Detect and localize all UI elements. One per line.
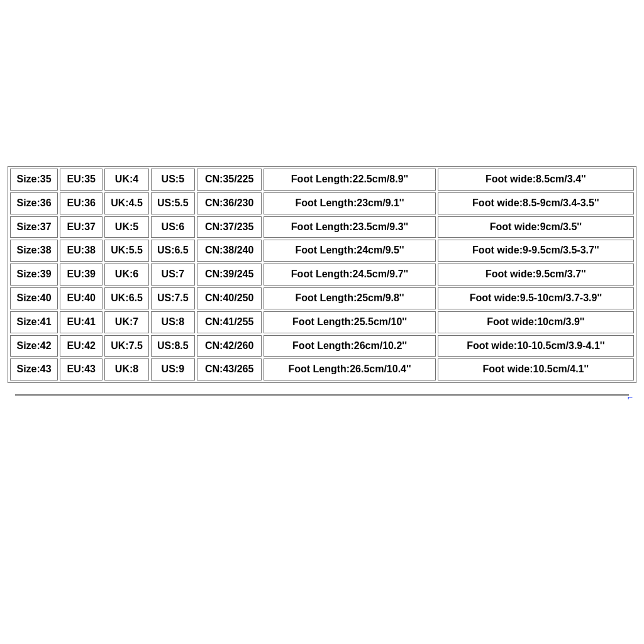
cell-eu: EU:42 — [60, 335, 103, 357]
cell-size: Size:42 — [10, 335, 58, 357]
cell-len: Foot Length:22.5cm/8.9'' — [264, 169, 435, 191]
cell-wide: Foot wide:8.5-9cm/3.4-3.5'' — [438, 192, 634, 214]
cell-size: Size:41 — [10, 311, 58, 333]
cell-size: Size:38 — [10, 240, 58, 262]
cell-wide: Foot wide:10cm/3.9'' — [438, 311, 634, 333]
table-row: Size:38EU:38UK:5.5US:6.5CN:38/240Foot Le… — [10, 240, 634, 262]
bottom-rule — [15, 394, 629, 396]
cell-size: Size:36 — [10, 192, 58, 214]
cell-eu: EU:39 — [60, 264, 103, 286]
cell-uk: UK:7.5 — [104, 335, 148, 357]
cell-wide: Foot wide:9cm/3.5'' — [438, 216, 634, 238]
cell-eu: EU:43 — [60, 358, 103, 380]
caret-mark: ⌐ — [628, 392, 633, 402]
cell-eu: EU:35 — [60, 169, 103, 191]
cell-uk: UK:8 — [104, 358, 148, 380]
cell-wide: Foot wide:10.5cm/4.1'' — [438, 358, 634, 380]
cell-len: Foot Length:23.5cm/9.3'' — [264, 216, 435, 238]
cell-len: Foot Length:26.5cm/10.4'' — [264, 358, 435, 380]
cell-uk: UK:6 — [104, 264, 148, 286]
cell-len: Foot Length:24cm/9.5'' — [264, 240, 435, 262]
cell-cn: CN:36/230 — [197, 192, 262, 214]
table-row: Size:42EU:42UK:7.5US:8.5CN:42/260Foot Le… — [10, 335, 634, 357]
size-table: Size:35EU:35UK:4US:5CN:35/225Foot Length… — [8, 166, 636, 383]
table-row: Size:35EU:35UK:4US:5CN:35/225Foot Length… — [10, 169, 634, 191]
cell-eu: EU:36 — [60, 192, 103, 214]
cell-cn: CN:41/255 — [197, 311, 262, 333]
cell-size: Size:43 — [10, 358, 58, 380]
cell-wide: Foot wide:8.5cm/3.4'' — [438, 169, 634, 191]
cell-wide: Foot wide:9.5-10cm/3.7-3.9'' — [438, 287, 634, 309]
table-row: Size:40EU:40UK:6.5US:7.5CN:40/250Foot Le… — [10, 287, 634, 309]
cell-us: US:6 — [151, 216, 195, 238]
cell-cn: CN:38/240 — [197, 240, 262, 262]
cell-size: Size:35 — [10, 169, 58, 191]
cell-len: Foot Length:26cm/10.2'' — [264, 335, 435, 357]
cell-cn: CN:40/250 — [197, 287, 262, 309]
cell-uk: UK:7 — [104, 311, 148, 333]
cell-eu: EU:37 — [60, 216, 103, 238]
cell-us: US:7.5 — [151, 287, 195, 309]
cell-cn: CN:42/260 — [197, 335, 262, 357]
cell-size: Size:37 — [10, 216, 58, 238]
cell-wide: Foot wide:10-10.5cm/3.9-4.1'' — [438, 335, 634, 357]
cell-eu: EU:40 — [60, 287, 103, 309]
table-row: Size:36EU:36UK:4.5US:5.5CN:36/230Foot Le… — [10, 192, 634, 214]
cell-uk: UK:6.5 — [104, 287, 148, 309]
cell-uk: UK:4 — [104, 169, 148, 191]
cell-cn: CN:43/265 — [197, 358, 262, 380]
table-row: Size:43EU:43UK:8US:9CN:43/265Foot Length… — [10, 358, 634, 380]
cell-uk: UK:4.5 — [104, 192, 148, 214]
cell-cn: CN:35/225 — [197, 169, 262, 191]
cell-us: US:5 — [151, 169, 195, 191]
cell-size: Size:40 — [10, 287, 58, 309]
cell-us: US:7 — [151, 264, 195, 286]
cell-uk: UK:5.5 — [104, 240, 148, 262]
cell-uk: UK:5 — [104, 216, 148, 238]
table-row: Size:37EU:37UK:5US:6CN:37/235Foot Length… — [10, 216, 634, 238]
cell-cn: CN:37/235 — [197, 216, 262, 238]
cell-size: Size:39 — [10, 264, 58, 286]
cell-len: Foot Length:24.5cm/9.7'' — [264, 264, 435, 286]
table-row: Size:41EU:41UK:7US:8CN:41/255Foot Length… — [10, 311, 634, 333]
size-table-wrap: Size:35EU:35UK:4US:5CN:35/225Foot Length… — [8, 166, 636, 383]
cell-len: Foot Length:23cm/9.1'' — [264, 192, 435, 214]
cell-us: US:6.5 — [151, 240, 195, 262]
cell-cn: CN:39/245 — [197, 264, 262, 286]
cell-us: US:8 — [151, 311, 195, 333]
cell-wide: Foot wide:9-9.5cm/3.5-3.7'' — [438, 240, 634, 262]
cell-us: US:5.5 — [151, 192, 195, 214]
cell-us: US:8.5 — [151, 335, 195, 357]
cell-eu: EU:38 — [60, 240, 103, 262]
cell-us: US:9 — [151, 358, 195, 380]
cell-len: Foot Length:25.5cm/10'' — [264, 311, 435, 333]
table-row: Size:39EU:39UK:6US:7CN:39/245Foot Length… — [10, 264, 634, 286]
cell-wide: Foot wide:9.5cm/3.7'' — [438, 264, 634, 286]
cell-eu: EU:41 — [60, 311, 103, 333]
cell-len: Foot Length:25cm/9.8'' — [264, 287, 435, 309]
